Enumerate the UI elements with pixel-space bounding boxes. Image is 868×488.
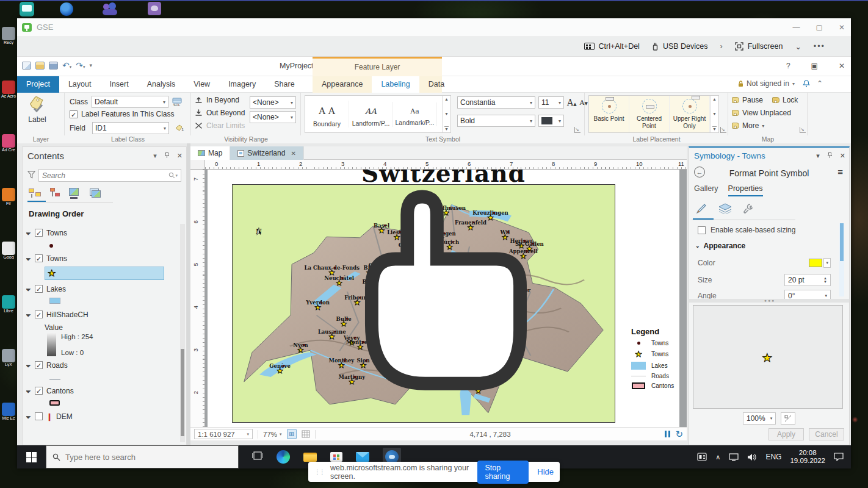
desktop-shortcut[interactable]: Ac Acro: [1, 81, 16, 98]
view-unplaced-button[interactable]: View Unplaced: [732, 109, 791, 117]
mail-icon[interactable]: [356, 452, 369, 462]
layer-row[interactable]: ◢✓Towns: [26, 226, 178, 239]
network-icon[interactable]: [729, 453, 739, 461]
layer-symbol-canton[interactable]: [49, 399, 178, 407]
refresh-icon[interactable]: ↻: [675, 429, 683, 440]
layer-row[interactable]: ◢✓Roads: [26, 359, 178, 371]
layout-select-tool-icon[interactable]: ⊞: [287, 429, 297, 439]
view-snapping-icon[interactable]: [89, 187, 104, 199]
contents-search-input[interactable]: [42, 171, 168, 180]
layer-name[interactable]: DEM: [56, 412, 73, 421]
lock-labels-button[interactable]: Lock: [772, 96, 798, 104]
class-dropdown[interactable]: Default▾: [92, 96, 168, 108]
symbol-general-brush-icon[interactable]: [695, 203, 707, 215]
volume-icon[interactable]: [747, 453, 757, 461]
show-hidden-icons-chevron[interactable]: ∧: [715, 453, 720, 461]
clear-limits-button[interactable]: Clear Limits: [195, 121, 245, 130]
in-beyond-button[interactable]: In Beyond: [195, 96, 239, 104]
text-symbol-gallery[interactable]: A ABoundaryAALandform/P...AaLandmark/P..…: [305, 95, 451, 133]
layer-name[interactable]: Cantons: [46, 387, 74, 395]
grow-text-button[interactable]: A▲: [567, 98, 577, 107]
language-indicator[interactable]: ENG: [765, 453, 781, 461]
gse-minimize-button[interactable]: —: [793, 23, 800, 32]
expand-arrow-icon[interactable]: ◢: [26, 285, 32, 292]
visibility-max-dropdown[interactable]: <None>▾: [250, 96, 296, 109]
tab-analysis[interactable]: Analysis: [138, 76, 185, 93]
fullscreen-button[interactable]: Fullscreen: [735, 42, 783, 51]
close-tab-icon[interactable]: ✕: [291, 150, 295, 157]
desktop-shortcut[interactable]: LyX: [1, 349, 16, 367]
label-features-checkbox[interactable]: ✓ Label Features In This Class: [70, 110, 175, 118]
start-button[interactable]: [26, 452, 37, 462]
widgets-icon[interactable]: [697, 453, 707, 461]
layout-canvas[interactable]: Switzerland: [205, 170, 687, 427]
text-symbol-style[interactable]: A ABoundary: [305, 101, 349, 127]
pin-icon[interactable]: [827, 152, 833, 159]
layer-checkbox-checked[interactable]: ✓: [35, 285, 43, 293]
label-placement-option[interactable]: Basic Point: [589, 96, 629, 132]
tab-gallery[interactable]: Gallery: [694, 184, 718, 196]
desktop-shortcut[interactable]: Mic Ec: [1, 403, 16, 420]
layer-symbol-line[interactable]: [49, 373, 178, 382]
font-size-dropdown[interactable]: 11▾: [538, 96, 564, 109]
pane-menu-chevron[interactable]: ▾: [816, 152, 820, 160]
tab-labeling[interactable]: Labeling: [372, 76, 419, 93]
toolbar-collapse-chevron[interactable]: ⌄: [795, 42, 801, 51]
label-placement-option[interactable]: Centered Point: [629, 96, 670, 132]
menu-icon[interactable]: ≡: [837, 167, 843, 177]
gse-maximize-button[interactable]: ▢: [816, 23, 823, 32]
layer-row[interactable]: ◢✓HillShadeCH: [26, 308, 178, 321]
arcgis-restore-button[interactable]: ▣: [811, 62, 818, 70]
gallery-scrollbar[interactable]: ▲▼▼: [710, 96, 718, 132]
save-project-icon[interactable]: [49, 62, 58, 70]
tab-properties[interactable]: Properties: [728, 184, 763, 196]
expand-arrow-icon[interactable]: ◢: [26, 229, 32, 236]
tab-appearance[interactable]: Appearance: [313, 76, 372, 93]
label-placement-dialog-launcher[interactable]: ↘: [720, 127, 726, 133]
undo-button[interactable]: ↶▾: [62, 60, 71, 70]
arcgis-close-button[interactable]: ✕: [839, 62, 845, 70]
label-toggle-button[interactable]: Label: [28, 95, 46, 124]
expand-arrow-icon[interactable]: ◢: [26, 387, 32, 394]
layer-row[interactable]: ◢❙DEM: [26, 410, 178, 423]
desktop-icon-stream[interactable]: [60, 2, 73, 16]
desktop-shortcut[interactable]: Ad Cre: [1, 134, 16, 152]
ctrl-alt-del-button[interactable]: Ctrl+Alt+Del: [584, 42, 640, 51]
pane-close-icon[interactable]: ✕: [840, 152, 845, 160]
filter-icon[interactable]: [27, 171, 35, 179]
view-tab-map[interactable]: Map: [190, 146, 230, 160]
color-picker[interactable]: ▾: [809, 258, 831, 268]
view-selection-icon[interactable]: [69, 187, 84, 199]
layer-name[interactable]: HillShadeCH: [46, 310, 89, 319]
pane-close-icon[interactable]: ✕: [177, 152, 183, 160]
notification-bell-icon[interactable]: [803, 80, 810, 87]
size-input[interactable]: 20 pt▲▼: [784, 274, 831, 286]
layer-row[interactable]: ◢✓Towns: [26, 252, 178, 265]
desktop-shortcut[interactable]: Libre: [1, 295, 16, 313]
toolbar-more-button[interactable]: •••: [814, 42, 825, 51]
layer-checkbox-checked[interactable]: ✓: [35, 387, 43, 395]
toolbar-expand-chevron[interactable]: ›: [720, 42, 723, 51]
text-symbol-style[interactable]: AALandform/P...: [349, 102, 393, 127]
contents-scrollbar[interactable]: [180, 224, 185, 442]
tab-layout[interactable]: Layout: [59, 76, 101, 93]
scale-based-sizing-checkbox[interactable]: Enable scale-based sizing: [698, 223, 831, 237]
preview-zoom-dropdown[interactable]: 100%▾: [743, 412, 776, 425]
gse-close-button[interactable]: ✕: [839, 23, 845, 32]
desktop-icon-gimp[interactable]: [148, 2, 161, 15]
taskbar-search-input[interactable]: [65, 453, 218, 462]
tab-insert[interactable]: Insert: [100, 76, 137, 93]
expression-icon[interactable]: 1: [176, 124, 185, 132]
more-button[interactable]: More▾: [732, 121, 764, 130]
symbol-wrench-icon[interactable]: [743, 203, 754, 214]
tab-data[interactable]: Data: [419, 76, 454, 93]
expand-arrow-icon[interactable]: ◢: [26, 361, 32, 368]
view-tab-switzerland[interactable]: Switzerland✕: [230, 146, 303, 160]
properties-scrollbar[interactable]: [839, 223, 844, 296]
sql-icon[interactable]: SQL: [172, 98, 182, 106]
cancel-button[interactable]: Cancel: [809, 428, 844, 440]
map-dialog-launcher[interactable]: ↘: [800, 127, 806, 133]
label-placement-option[interactable]: Upper Right Only: [670, 96, 710, 132]
layer-name[interactable]: Towns: [46, 229, 67, 237]
apply-button[interactable]: Apply: [769, 428, 804, 440]
